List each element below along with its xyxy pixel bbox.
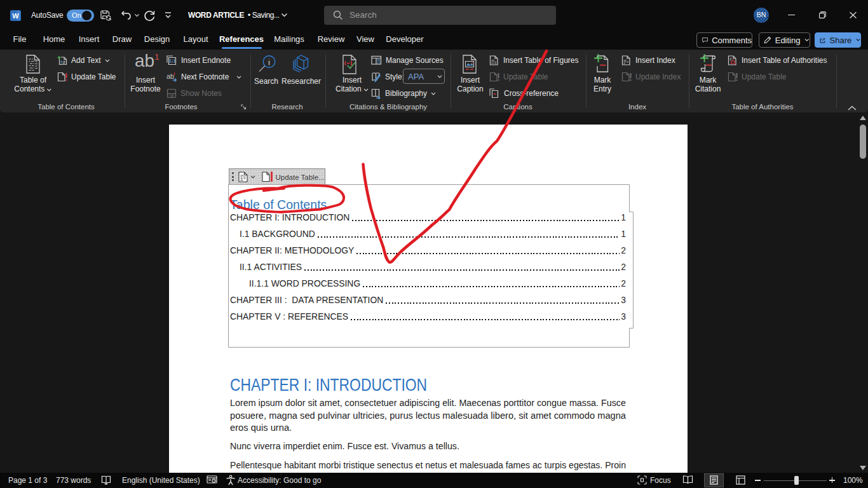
svg-text:W: W — [12, 12, 19, 20]
svg-text:ab: ab — [166, 72, 174, 80]
